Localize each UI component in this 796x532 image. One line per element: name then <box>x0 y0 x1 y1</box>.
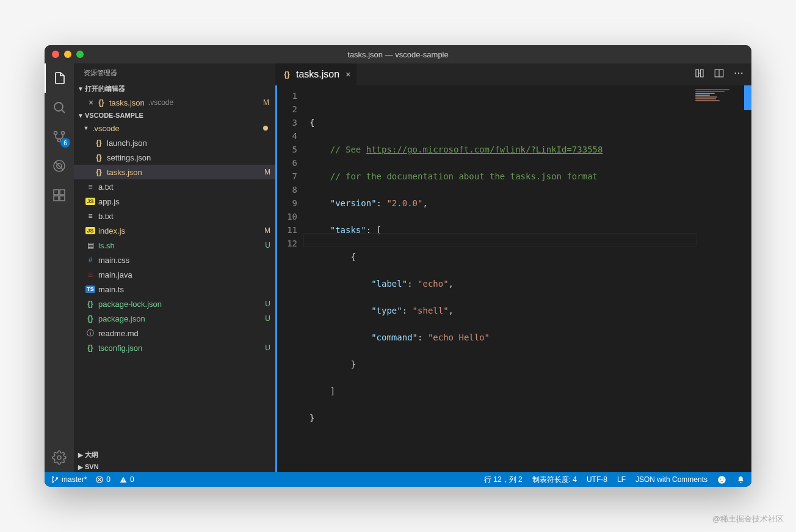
json-icon: {} <box>85 343 96 352</box>
svg-point-14 <box>735 73 736 74</box>
svg-point-22 <box>720 478 722 480</box>
explorer-tab[interactable] <box>45 63 74 93</box>
open-editor-path: .vscode <box>148 98 173 107</box>
svg-rect-12 <box>701 70 704 77</box>
ts-icon: TS <box>85 286 96 293</box>
project-header[interactable]: ▼ VSCODE-SAMPLE <box>74 110 275 121</box>
line-numbers: 1 2 3 4 5 6 7 8 9 10 11 12 <box>275 85 303 472</box>
svn-header[interactable]: ▶ SVN <box>74 461 275 472</box>
language-mode[interactable]: JSON with Comments <box>635 475 707 484</box>
svg-rect-9 <box>60 190 65 195</box>
window: tasks.json — vscode-sample 6 <box>45 45 751 487</box>
file-label: settings.json <box>107 153 151 162</box>
file-main-ts[interactable]: TS main.ts <box>74 282 275 297</box>
svg-point-1 <box>54 132 57 135</box>
indent-setting[interactable]: 制表符长度: 4 <box>532 475 577 485</box>
open-editor-item[interactable]: × {} tasks.json .vscode M <box>74 95 275 110</box>
feedback-icon[interactable] <box>717 475 726 484</box>
status-badge: M <box>264 226 270 235</box>
file-main-java[interactable]: ♨ main.java <box>74 267 275 282</box>
json-icon: {} <box>85 314 96 323</box>
file-label: package.json <box>98 314 145 323</box>
file-settings-json[interactable]: {} settings.json <box>74 150 275 165</box>
svg-point-23 <box>723 478 724 480</box>
watermark: @稀土掘金技术社区 <box>712 514 784 525</box>
zoom-window-button[interactable] <box>76 51 84 58</box>
scrollbar-overview <box>744 85 751 110</box>
file-package-lock-json[interactable]: {} package-lock.json U <box>74 297 275 311</box>
tab-tasks-json[interactable]: {} tasks.json × <box>275 63 357 85</box>
settings-gear[interactable] <box>45 443 74 472</box>
file-a-txt[interactable]: ≡ a.txt <box>74 179 275 194</box>
extensions-tab[interactable] <box>45 181 74 210</box>
file-ls-sh[interactable]: ▤ ls.sh U <box>74 238 275 253</box>
traffic-lights <box>45 51 84 58</box>
more-actions-icon[interactable] <box>733 68 744 81</box>
svg-point-0 <box>54 102 63 111</box>
outline-header[interactable]: ▶ 大纲 <box>74 448 275 461</box>
svg-point-16 <box>741 73 742 74</box>
minimize-window-button[interactable] <box>64 51 71 58</box>
file-label: main.ts <box>98 285 124 294</box>
file-label: launch.json <box>107 138 147 148</box>
sidebar: 资源管理器 ▼ 打开的编辑器 × {} tasks.json .vscode M… <box>74 63 275 472</box>
close-window-button[interactable] <box>52 51 59 58</box>
file-label: b.txt <box>98 212 114 221</box>
eol[interactable]: LF <box>617 475 626 484</box>
file-label: index.js <box>98 226 125 235</box>
file-app-js[interactable]: JS app.js <box>74 194 275 209</box>
file-launch-json[interactable]: {} launch.json <box>74 135 275 150</box>
chevron-down-icon: ▼ <box>76 112 85 119</box>
svg-rect-11 <box>696 70 699 77</box>
search-tab[interactable] <box>45 93 74 122</box>
modified-dot-icon <box>263 126 268 131</box>
info-icon: ⓘ <box>85 328 96 339</box>
file-tsconfig-json[interactable]: {} tsconfig.json U <box>74 340 275 355</box>
text-icon: ≡ <box>85 212 96 220</box>
bell-icon[interactable] <box>736 475 745 484</box>
debug-tab[interactable] <box>45 151 74 181</box>
file-readme-md[interactable]: ⓘ readme.md <box>74 326 275 340</box>
split-editor-icon[interactable] <box>714 68 725 81</box>
minimap[interactable] <box>695 89 744 126</box>
chevron-right-icon: ▶ <box>76 464 85 470</box>
folder-vscode[interactable]: ▼ .vscode <box>74 121 275 135</box>
close-tab-icon[interactable]: × <box>346 70 350 79</box>
doc-link[interactable]: https://go.microsoft.com/fwlink/?LinkId=… <box>366 145 603 154</box>
cursor-position[interactable]: 行 12，列 2 <box>484 475 523 485</box>
open-editors-header[interactable]: ▼ 打开的编辑器 <box>74 82 275 95</box>
chevron-right-icon: ▶ <box>76 451 85 458</box>
file-label: main.css <box>98 256 129 265</box>
css-icon: # <box>85 256 96 264</box>
warnings-count[interactable]: 0 <box>119 475 134 484</box>
file-b-txt[interactable]: ≡ b.txt <box>74 209 275 223</box>
json-icon: {} <box>93 138 104 147</box>
scm-badge: 6 <box>60 138 70 148</box>
errors-count[interactable]: 0 <box>95 475 110 484</box>
editor-body[interactable]: 1 2 3 4 5 6 7 8 9 10 11 12 { // See http… <box>275 85 751 472</box>
editor-area: {} tasks.json × <box>275 63 751 472</box>
code-content[interactable]: { // See https://go.microsoft.com/fwlink… <box>303 85 751 472</box>
scrollbar[interactable] <box>744 85 751 472</box>
file-label: tasks.json <box>107 168 142 177</box>
file-package-json[interactable]: {} package.json U <box>74 311 275 326</box>
file-label: package-lock.json <box>98 300 162 309</box>
svg-point-10 <box>57 456 61 459</box>
close-icon[interactable]: × <box>86 98 96 107</box>
svg-rect-7 <box>54 196 59 201</box>
scm-tab[interactable]: 6 <box>45 122 74 151</box>
file-label: a.txt <box>98 182 114 192</box>
svg-point-19 <box>56 478 57 479</box>
status-badge: U <box>265 314 270 323</box>
status-badge: U <box>265 241 270 250</box>
file-label: main.java <box>98 270 132 279</box>
git-branch[interactable]: master* <box>51 475 87 484</box>
compare-changes-icon[interactable] <box>694 68 705 81</box>
file-tasks-json[interactable]: {} tasks.json M <box>74 165 275 179</box>
file-main-css[interactable]: # main.css <box>74 253 275 267</box>
encoding[interactable]: UTF-8 <box>587 475 607 484</box>
status-badge: U <box>265 300 270 308</box>
file-index-js[interactable]: JS index.js M <box>74 223 275 238</box>
json-icon: {} <box>96 98 107 107</box>
svg-point-15 <box>738 73 739 74</box>
